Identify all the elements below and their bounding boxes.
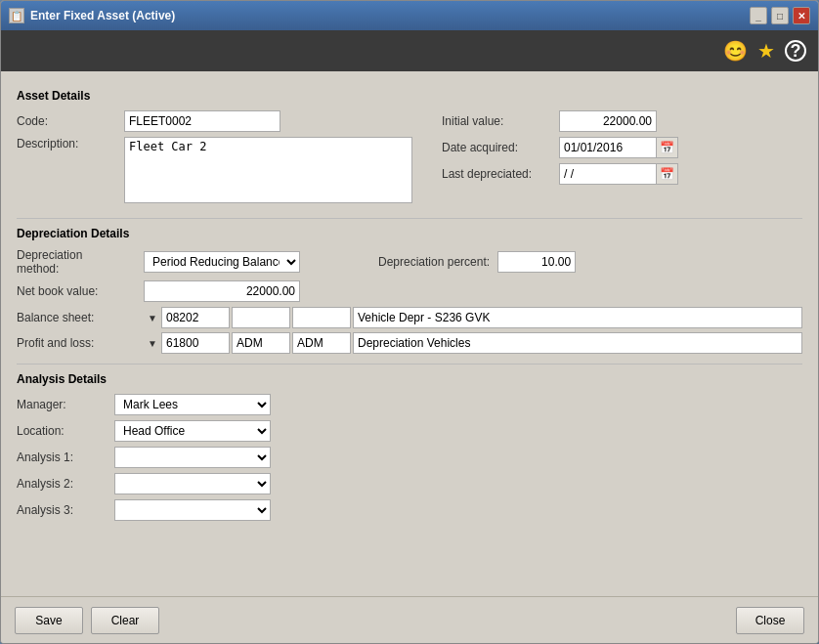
section-divider-1 (17, 218, 802, 219)
depreciation-details-section: Depreciation Details Depreciationmethod:… (17, 227, 802, 354)
date-acquired-calendar-icon[interactable]: 📅 (657, 137, 678, 158)
description-input[interactable]: Fleet Car 2 (124, 137, 412, 203)
balance-sheet-code-input[interactable] (161, 307, 230, 328)
last-depreciated-row: Last depreciated: 📅 (442, 163, 805, 185)
depreciation-method-select[interactable]: Period Reducing Balance Straight Line No… (144, 251, 300, 273)
analysis3-label: Analysis 3: (17, 503, 114, 517)
depreciation-method-row: Depreciationmethod: Period Reducing Bala… (17, 248, 802, 276)
window-controls: _ □ ✕ (750, 7, 810, 24)
asset-details-columns: Code: Description: Fleet Car 2 Initial v… (17, 110, 802, 208)
net-book-value-label: Net book value: (17, 284, 144, 298)
asset-details-section: Asset Details Code: Description: Fleet C… (17, 89, 802, 208)
location-select[interactable]: Head Office Branch (114, 420, 271, 442)
profit-loss-code-input[interactable] (161, 332, 230, 354)
balance-sheet-narr-input[interactable] (353, 307, 802, 328)
net-book-value-input[interactable] (144, 280, 300, 302)
analysis3-select[interactable] (114, 499, 271, 521)
clear-button[interactable]: Clear (91, 607, 159, 634)
profit-loss-cost-input[interactable] (292, 332, 351, 354)
minimize-button[interactable]: _ (750, 7, 767, 24)
last-depreciated-input[interactable] (559, 163, 657, 185)
window-title: Enter Fixed Asset (Active) (30, 9, 175, 22)
section-divider-2 (17, 364, 802, 365)
last-depreciated-label: Last depreciated: (442, 167, 559, 181)
analysis1-select[interactable] (114, 447, 271, 468)
analysis-details-section: Analysis Details Manager: Mark Lees Othe… (17, 372, 802, 521)
description-label: Description: (17, 137, 124, 150)
initial-value-label: Initial value: (442, 114, 559, 128)
date-acquired-input[interactable] (559, 137, 657, 158)
manager-label: Manager: (17, 398, 114, 411)
help-icon[interactable]: ? (785, 40, 806, 62)
asset-right-col: Initial value: Date acquired: 📅 Last dep… (412, 110, 805, 208)
asset-left-col: Code: Description: Fleet Car 2 (17, 110, 412, 208)
analysis3-row: Analysis 3: (17, 499, 802, 521)
toolbar: 😊 ★ ? (1, 30, 818, 71)
date-acquired-label: Date acquired: (442, 141, 559, 154)
analysis2-select[interactable] (114, 473, 271, 494)
save-button[interactable]: Save (15, 607, 83, 634)
profit-loss-label: Profit and loss: (17, 336, 144, 350)
analysis1-row: Analysis 1: (17, 447, 802, 468)
close-button[interactable]: Close (736, 607, 804, 634)
window-icon: 📋 (9, 8, 24, 23)
profit-loss-dept-input[interactable] (232, 332, 290, 354)
code-input[interactable] (124, 110, 280, 132)
manager-select[interactable]: Mark Lees Other (114, 394, 271, 415)
analysis2-row: Analysis 2: (17, 473, 802, 494)
depreciation-details-title: Depreciation Details (17, 227, 802, 240)
depreciation-percent-input[interactable] (497, 251, 576, 273)
asset-details-title: Asset Details (17, 89, 802, 103)
net-book-value-row: Net book value: (17, 280, 802, 302)
analysis-details-title: Analysis Details (17, 372, 802, 386)
balance-sheet-cost-input[interactable] (292, 307, 351, 328)
profit-loss-row: Profit and loss: ▼ (17, 332, 802, 354)
manager-row: Manager: Mark Lees Other (17, 394, 802, 415)
main-content: Asset Details Code: Description: Fleet C… (1, 71, 818, 596)
smiley-icon[interactable]: 😊 (723, 39, 748, 63)
main-window: 📋 Enter Fixed Asset (Active) _ □ ✕ 😊 ★ ?… (0, 0, 819, 644)
last-depreciated-calendar-icon[interactable]: 📅 (657, 163, 678, 185)
code-label: Code: (17, 114, 124, 128)
code-row: Code: (17, 110, 412, 132)
analysis2-label: Analysis 2: (17, 477, 114, 491)
date-acquired-row: Date acquired: 📅 (442, 137, 805, 158)
initial-value-input[interactable] (559, 110, 657, 132)
balance-sheet-dept-input[interactable] (232, 307, 290, 328)
balance-sheet-label: Balance sheet: (17, 311, 144, 324)
balance-sheet-chevron[interactable]: ▼ (144, 307, 161, 328)
location-row: Location: Head Office Branch (17, 420, 802, 442)
maximize-button[interactable]: □ (771, 7, 789, 24)
balance-sheet-row: Balance sheet: ▼ (17, 307, 802, 328)
depreciation-method-label: Depreciationmethod: (17, 248, 144, 276)
profit-loss-chevron[interactable]: ▼ (144, 332, 161, 354)
title-bar: 📋 Enter Fixed Asset (Active) _ □ ✕ (1, 1, 818, 30)
window-close-button[interactable]: ✕ (793, 7, 810, 24)
location-label: Location: (17, 424, 114, 438)
description-row: Description: Fleet Car 2 (17, 137, 412, 203)
star-icon[interactable]: ★ (757, 39, 775, 63)
footer: Save Clear Close (1, 596, 818, 643)
analysis1-label: Analysis 1: (17, 451, 114, 464)
depreciation-percent-label: Depreciation percent: (378, 255, 490, 269)
initial-value-row: Initial value: (442, 110, 805, 132)
profit-loss-narr-input[interactable] (353, 332, 802, 354)
